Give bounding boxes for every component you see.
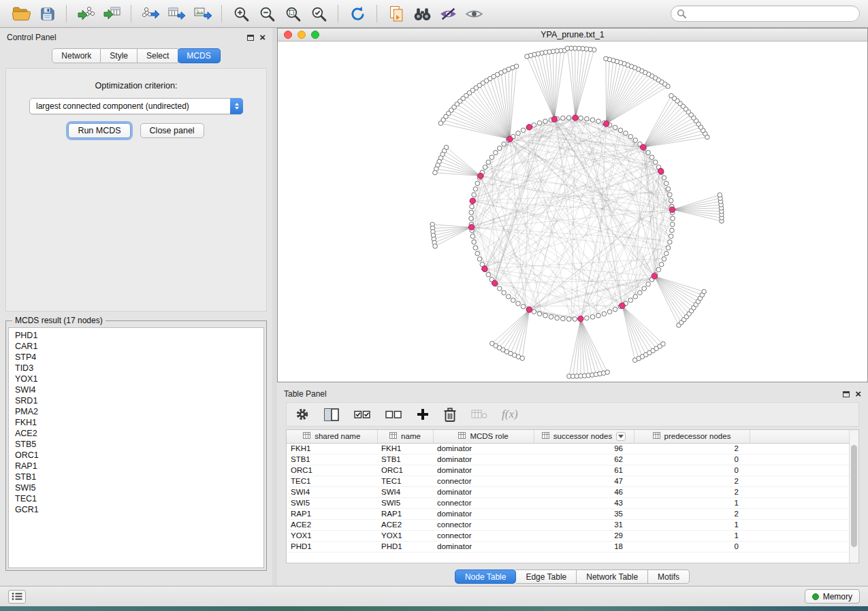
result-item[interactable]: TID3	[9, 363, 263, 374]
table-cell[interactable]: 0	[634, 454, 750, 465]
result-item[interactable]: STB5	[9, 439, 263, 450]
result-item[interactable]: PMA2	[9, 406, 263, 417]
table-cell[interactable]: dominator	[433, 454, 534, 465]
table-cell[interactable]: 62	[534, 454, 634, 465]
result-item[interactable]: GCR1	[9, 504, 263, 515]
result-item[interactable]: STP4	[9, 352, 263, 363]
float-table-panel-icon[interactable]	[843, 391, 850, 397]
table-cell[interactable]: 1	[634, 519, 750, 530]
tab-mcds[interactable]: MCDS	[178, 48, 220, 63]
result-item[interactable]: SWI4	[9, 384, 263, 395]
table-cell[interactable]: FKH1	[377, 443, 433, 454]
table-cell[interactable]: ORC1	[287, 465, 377, 476]
zoom-fit-button[interactable]	[280, 3, 306, 24]
hide-selected-button[interactable]	[435, 3, 461, 24]
column-header[interactable]: name	[377, 430, 433, 443]
table-cell[interactable]: connector	[433, 530, 534, 541]
table-cell[interactable]: 47	[534, 476, 634, 486]
sort-caret-icon[interactable]	[616, 432, 626, 441]
table-cell[interactable]: 2	[634, 476, 750, 486]
table-cell[interactable]: dominator	[433, 465, 534, 476]
table-row[interactable]: YOX1YOX1connector291	[287, 530, 850, 541]
result-item[interactable]: ACE2	[9, 428, 263, 439]
table-cell[interactable]: SWI4	[377, 486, 433, 497]
select-all-columns-button[interactable]	[353, 408, 371, 421]
table-cell[interactable]: connector	[433, 497, 534, 508]
export-network-button[interactable]	[138, 3, 163, 24]
table-cell[interactable]: SWI4	[287, 486, 377, 497]
table-cell[interactable]: 18	[534, 541, 634, 552]
table-cell[interactable]: TEC1	[377, 476, 433, 486]
table-cell[interactable]: YOX1	[377, 530, 433, 541]
show-all-button[interactable]	[461, 3, 487, 24]
show-columns-button[interactable]	[323, 408, 340, 422]
table-cell[interactable]: 0	[634, 541, 750, 552]
table-cell[interactable]: 29	[534, 530, 634, 541]
table-cell[interactable]: 46	[534, 486, 634, 497]
float-control-panel-icon[interactable]	[247, 35, 254, 41]
table-cell[interactable]: dominator	[433, 508, 534, 519]
table-cell[interactable]: 1	[634, 497, 750, 508]
table-cell[interactable]: 43	[534, 497, 634, 508]
result-item[interactable]: PHD1	[9, 330, 263, 341]
zoom-selected-button[interactable]	[306, 3, 332, 24]
result-item[interactable]: FKH1	[9, 417, 263, 428]
table-row[interactable]: ACE2ACE2connector311	[287, 519, 850, 530]
export-table-button[interactable]	[163, 3, 189, 24]
tab-node-table[interactable]: Node Table	[455, 569, 517, 584]
refresh-view-button[interactable]	[344, 3, 370, 24]
column-header[interactable]: MCDS role	[433, 430, 534, 443]
result-item[interactable]: CAR1	[9, 341, 263, 352]
table-cell[interactable]: 2	[634, 443, 750, 454]
table-cell[interactable]: STB1	[287, 454, 377, 465]
table-cell[interactable]: 61	[534, 465, 634, 476]
create-column-button[interactable]	[416, 408, 430, 421]
result-item[interactable]: SRD1	[9, 395, 263, 406]
table-cell[interactable]: 31	[534, 519, 634, 530]
table-cell[interactable]: dominator	[433, 486, 534, 497]
table-row[interactable]: ORC1ORC1dominator610	[287, 465, 850, 476]
table-cell[interactable]: STB1	[377, 454, 433, 465]
search-binoculars-button[interactable]	[409, 3, 435, 24]
zoom-out-button[interactable]	[254, 3, 280, 24]
table-row[interactable]: TEC1TEC1connector472	[287, 476, 850, 486]
table-row[interactable]: FKH1FKH1dominator962	[287, 443, 850, 454]
delete-column-button[interactable]	[443, 407, 457, 423]
table-cell[interactable]: dominator	[433, 443, 534, 454]
result-item[interactable]: SWI5	[9, 482, 263, 493]
table-cell[interactable]: ACE2	[287, 519, 377, 530]
task-history-button[interactable]	[8, 590, 26, 604]
table-vertical-scrollbar[interactable]	[849, 430, 858, 563]
copy-document-button[interactable]	[383, 3, 409, 24]
table-cell[interactable]: YOX1	[287, 530, 377, 541]
close-control-panel-icon[interactable]: ×	[259, 34, 266, 41]
table-settings-button[interactable]	[295, 407, 310, 422]
import-network-button[interactable]	[73, 3, 99, 24]
network-canvas[interactable]	[278, 42, 867, 382]
table-cell[interactable]: RAP1	[287, 508, 377, 519]
open-file-button[interactable]	[8, 3, 34, 24]
table-cell[interactable]: PHD1	[287, 541, 377, 552]
column-header[interactable]: predecessor nodes	[634, 430, 750, 443]
tab-network[interactable]: Network	[52, 48, 101, 63]
result-item[interactable]: YOX1	[9, 374, 263, 384]
result-item[interactable]: ORC1	[9, 450, 263, 461]
tab-motifs[interactable]: Motifs	[648, 569, 690, 584]
table-cell[interactable]: 1	[634, 530, 750, 541]
table-cell[interactable]: SWI5	[377, 497, 433, 508]
deselect-all-columns-button[interactable]	[385, 408, 402, 421]
table-cell[interactable]: SWI5	[287, 497, 377, 508]
table-cell[interactable]: FKH1	[287, 443, 377, 454]
table-cell[interactable]: TEC1	[287, 476, 377, 486]
export-image-button[interactable]	[189, 3, 215, 24]
search-input[interactable]	[690, 9, 854, 18]
table-cell[interactable]: 2	[634, 508, 750, 519]
table-row[interactable]: SWI5SWI5connector431	[287, 497, 850, 508]
column-header[interactable]: shared name	[287, 430, 377, 443]
table-cell[interactable]: dominator	[433, 541, 534, 552]
result-item[interactable]: STB1	[9, 472, 263, 482]
result-item[interactable]: TEC1	[9, 493, 263, 504]
table-row[interactable]: SWI4SWI4dominator462	[287, 486, 850, 497]
close-table-panel-icon[interactable]: ×	[855, 391, 861, 397]
memory-button[interactable]: Memory	[805, 589, 860, 604]
